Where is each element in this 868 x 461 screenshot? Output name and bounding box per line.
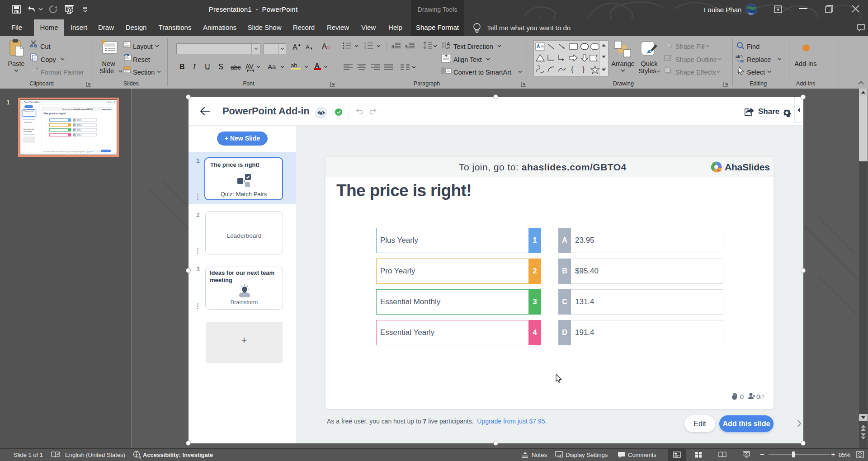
svg-text:ab: ab: [736, 54, 741, 59]
svg-text:{: {: [571, 66, 574, 73]
svg-text:A: A: [447, 41, 450, 47]
svg-text:ac: ac: [740, 59, 744, 63]
svg-text:}: }: [582, 66, 585, 73]
svg-text:A: A: [537, 44, 540, 49]
svg-text:3: 3: [364, 47, 366, 49]
